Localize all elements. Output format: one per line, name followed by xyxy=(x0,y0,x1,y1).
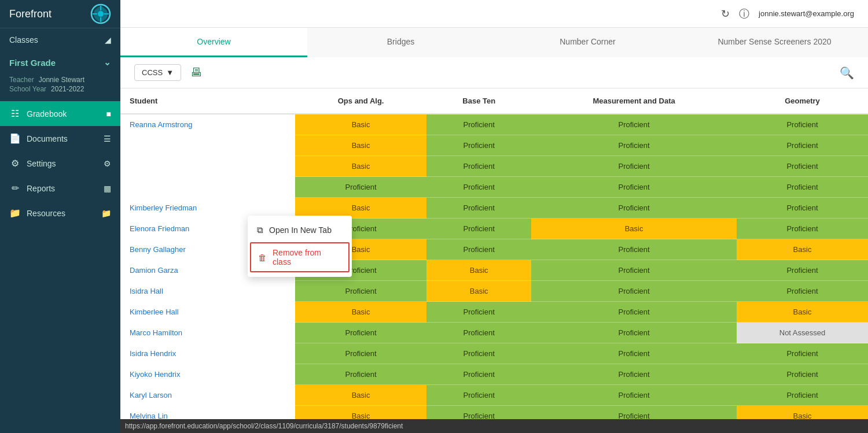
base-cell: Proficient xyxy=(426,177,531,198)
measurement-cell: Proficient xyxy=(531,114,737,135)
student-cell: Isidra Hendrix xyxy=(120,343,295,364)
table-row: Isidra HallProficientBasicProficientProf… xyxy=(120,281,868,302)
base-cell: Proficient xyxy=(426,323,531,343)
help-icon[interactable]: ⓘ xyxy=(739,7,749,21)
table-row: Kimberley FriedmanBasicProficientProfici… xyxy=(120,198,868,219)
ops-cell: Basic xyxy=(295,114,426,135)
tab-bridges[interactable]: Bridges xyxy=(307,28,494,57)
student-link[interactable]: Elenora Friedman xyxy=(130,224,189,233)
teacher-name: Jonnie Stewart xyxy=(39,76,84,84)
tab-number-sense[interactable]: Number Sense Screeners 2020 xyxy=(681,28,868,57)
student-link[interactable]: Damion Garza xyxy=(130,266,178,275)
grade-selector[interactable]: First Grade ⌄ xyxy=(0,51,120,73)
geometry-cell: Proficient xyxy=(737,177,868,198)
geometry-cell: Proficient xyxy=(737,156,868,177)
base-cell: Proficient xyxy=(426,198,531,219)
measurement-cell: Proficient xyxy=(531,177,737,198)
student-link[interactable]: Isidra Hall xyxy=(130,287,163,295)
app-title: Forefront xyxy=(9,8,52,20)
classes-label[interactable]: Classes ◢ xyxy=(9,35,111,45)
resources-icon: 📁 xyxy=(9,208,21,219)
remove-from-class-label: Remove from class xyxy=(273,248,341,267)
base-cell: Proficient xyxy=(426,114,531,135)
gradebook-icon: ☷ xyxy=(9,108,21,119)
table-row: Kimberlee HallBasicProficientProficientB… xyxy=(120,302,868,323)
ops-cell: Proficient xyxy=(295,343,426,364)
measurement-cell: Proficient xyxy=(531,385,737,406)
ops-cell: Basic xyxy=(295,385,426,406)
base-cell: Proficient xyxy=(426,239,531,260)
documents-icon: 📄 xyxy=(9,133,21,144)
student-cell: Kimberlee Hall xyxy=(120,302,295,323)
ops-cell: Basic xyxy=(295,156,426,177)
sidebar-item-label: Reports xyxy=(27,184,55,193)
base-cell: Proficient xyxy=(426,343,531,364)
ops-cell: Basic xyxy=(295,135,426,156)
school-year-value: 2021-2022 xyxy=(51,85,84,93)
search-icon: 🔍 xyxy=(840,66,854,79)
measurement-cell: Proficient xyxy=(531,406,737,420)
base-cell: Proficient xyxy=(426,156,531,177)
student-cell: Karyl Larson xyxy=(120,385,295,406)
classes-icon: ◢ xyxy=(105,35,111,45)
geometry-cell: Basic xyxy=(737,302,868,323)
student-link[interactable]: Reanna Armstrong xyxy=(130,120,192,129)
sidebar-item-reports[interactable]: ✏ Reports ▦ xyxy=(0,176,120,201)
col-geometry: Geometry xyxy=(737,88,868,114)
measurement-cell: Proficient xyxy=(531,135,737,156)
sidebar-item-settings[interactable]: ⚙ Settings ⚙ xyxy=(0,151,120,176)
print-icon[interactable]: 🖶 xyxy=(190,66,202,79)
table-row: Elenora FriedmanProficientProficientBasi… xyxy=(120,219,868,239)
student-cell xyxy=(120,156,295,177)
student-link[interactable]: Benny Gallagher xyxy=(130,245,186,254)
student-link[interactable]: Kimberley Friedman xyxy=(130,203,197,212)
folder-icon: 📁 xyxy=(101,209,111,218)
topbar: ↻ ⓘ jonnie.stewart@example.org xyxy=(120,0,868,28)
app-logo xyxy=(90,3,111,24)
context-remove-from-class[interactable]: 🗑 Remove from class xyxy=(250,242,350,272)
ops-cell: Proficient xyxy=(295,281,426,302)
student-cell: Marco Hamilton xyxy=(120,323,295,343)
table-header-row: Student Ops and Alg. Base Ten Measuremen… xyxy=(120,88,868,114)
table-row: Damion GarzaProficientBasicProficientPro… xyxy=(120,260,868,281)
student-link[interactable]: Kimberlee Hall xyxy=(130,308,179,316)
base-cell: Proficient xyxy=(426,364,531,385)
geometry-cell: Proficient xyxy=(737,135,868,156)
geometry-cell: Not Assessed xyxy=(737,323,868,343)
main-content: ↻ ⓘ jonnie.stewart@example.org Overview … xyxy=(120,0,868,433)
base-cell: Proficient xyxy=(426,406,531,420)
geometry-cell: Proficient xyxy=(737,198,868,219)
student-link[interactable]: Melvina Lin xyxy=(130,412,168,419)
bar-chart-icon: ▦ xyxy=(104,184,111,193)
student-cell: Reanna Armstrong xyxy=(120,114,295,135)
toolbar: CCSS ▼ 🖶 🔍 xyxy=(120,57,868,88)
sidebar-item-documents[interactable]: 📄 Documents ☰ xyxy=(0,126,120,151)
geometry-cell: Proficient xyxy=(737,219,868,239)
standards-selector[interactable]: CCSS ▼ xyxy=(134,64,181,81)
school-year-row: School Year 2021-2022 xyxy=(9,85,111,93)
context-open-new-tab[interactable]: ⧉ Open In New Tab xyxy=(248,219,352,241)
user-email: jonnie.stewart@example.org xyxy=(759,9,854,18)
tab-number-corner[interactable]: Number Corner xyxy=(494,28,681,57)
ops-cell: Proficient xyxy=(295,177,426,198)
sidebar-item-gradebook[interactable]: ☷ Gradebook ■ xyxy=(0,101,120,126)
trash-icon: 🗑 xyxy=(258,253,267,262)
student-link[interactable]: Isidra Hendrix xyxy=(130,349,176,358)
search-button[interactable]: 🔍 xyxy=(840,66,854,80)
table-row: ProficientProficientProficientProficient xyxy=(120,177,868,198)
sync-icon[interactable]: ↻ xyxy=(721,8,730,20)
table-row: Isidra HendrixProficientProficientProfic… xyxy=(120,343,868,364)
student-link[interactable]: Karyl Larson xyxy=(130,391,172,399)
student-link[interactable]: Marco Hamilton xyxy=(130,328,182,337)
sidebar-header: Forefront xyxy=(0,0,120,28)
sidebar-item-resources[interactable]: 📁 Resources 📁 xyxy=(0,201,120,225)
school-year-label: School Year xyxy=(9,85,46,93)
col-ops: Ops and Alg. xyxy=(295,88,426,114)
tab-overview[interactable]: Overview xyxy=(120,28,307,57)
geometry-cell: Proficient xyxy=(737,343,868,364)
student-link[interactable]: Kiyoko Hendrix xyxy=(130,370,180,379)
gear-icon: ⚙ xyxy=(104,159,111,168)
chevron-down-icon: ⌄ xyxy=(104,57,111,68)
measurement-cell: Proficient xyxy=(531,281,737,302)
ops-cell: Basic xyxy=(295,406,426,420)
